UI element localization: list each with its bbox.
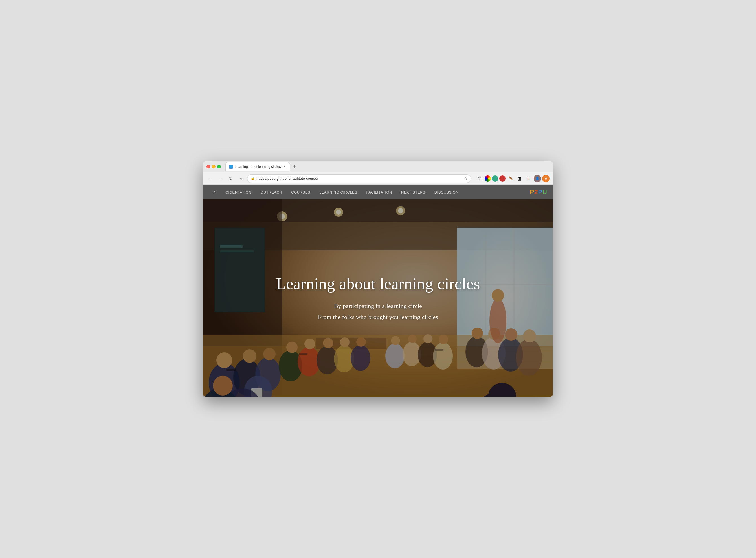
profile-avatar[interactable]: 👤 xyxy=(534,175,541,182)
site-nav: ⌂ ORIENTATION OUTREACH COURSES LEARNING … xyxy=(203,185,553,199)
url-bar[interactable]: 🔒 https://p2pu.github.io/facilitate-cour… xyxy=(247,174,471,183)
browser-window: 🌐 Learning about learning circles × + ← … xyxy=(203,161,553,397)
forward-button[interactable]: → xyxy=(217,175,225,182)
active-tab[interactable]: 🌐 Learning about learning circles × xyxy=(225,162,290,171)
tab-close-button[interactable]: × xyxy=(282,165,286,169)
hero-subtitle-line1: By participating in a learning circle xyxy=(221,300,535,311)
tab-title: Learning about learning circles xyxy=(235,165,281,169)
title-bar: 🌐 Learning about learning circles × + xyxy=(203,161,553,172)
hero-section: Learning about learning circles By parti… xyxy=(203,199,553,397)
green-circle-icon[interactable] xyxy=(492,175,498,182)
url-right-icons: ☆ xyxy=(464,176,468,181)
new-tab-button[interactable]: + xyxy=(291,163,298,170)
home-button[interactable]: ⌂ xyxy=(237,175,245,182)
lock-icon: 🔒 xyxy=(251,177,255,180)
website: ⌂ ORIENTATION OUTREACH COURSES LEARNING … xyxy=(203,185,553,397)
menu-icon[interactable]: ≡ xyxy=(525,175,533,182)
hero-title: Learning about learning circles xyxy=(221,274,535,294)
hero-content: Learning about learning circles By parti… xyxy=(221,274,535,323)
feather-icon[interactable]: 🪶 xyxy=(507,175,514,182)
nav-facilitation[interactable]: FACILITATION xyxy=(362,185,396,199)
extension-icon[interactable]: ◉ xyxy=(542,175,550,182)
nav-courses[interactable]: COURSES xyxy=(286,185,315,199)
shield-icon[interactable]: 🛡 xyxy=(476,175,483,182)
url-text: https://p2pu.github.io/facilitate-course… xyxy=(256,176,318,181)
traffic-lights xyxy=(206,165,221,169)
star-icon[interactable]: ☆ xyxy=(464,176,468,181)
maximize-button[interactable] xyxy=(217,165,221,169)
close-button[interactable] xyxy=(206,165,210,169)
tab-favicon: 🌐 xyxy=(229,165,233,169)
nav-outreach[interactable]: OUTREACH xyxy=(256,185,286,199)
toolbar-icons: 🛡 🪶 ▦ ≡ 👤 ◉ xyxy=(476,175,550,182)
nav-next-steps[interactable]: NEXT STEPS xyxy=(397,185,430,199)
nav-discussion[interactable]: DISCUSSION xyxy=(430,185,463,199)
nav-home-icon[interactable]: ⌂ xyxy=(209,189,221,195)
hero-subtitle-line2: From the folks who brought you learning … xyxy=(221,311,535,323)
red-circle-icon[interactable] xyxy=(499,175,505,182)
address-bar: ← → ↻ ⌂ 🔒 https://p2pu.github.io/facilit… xyxy=(203,172,553,185)
p2pu-logo[interactable]: P2PU xyxy=(530,188,547,196)
multicolor-icon[interactable] xyxy=(485,175,491,182)
grid-icon[interactable]: ▦ xyxy=(516,175,524,182)
refresh-button[interactable]: ↻ xyxy=(227,175,235,182)
nav-learning-circles[interactable]: LEARNING CIRCLES xyxy=(315,185,362,199)
back-button[interactable]: ← xyxy=(206,175,215,182)
nav-orientation[interactable]: ORIENTATION xyxy=(221,185,256,199)
tab-bar: 🌐 Learning about learning circles × + xyxy=(225,162,298,171)
minimize-button[interactable] xyxy=(212,165,216,169)
